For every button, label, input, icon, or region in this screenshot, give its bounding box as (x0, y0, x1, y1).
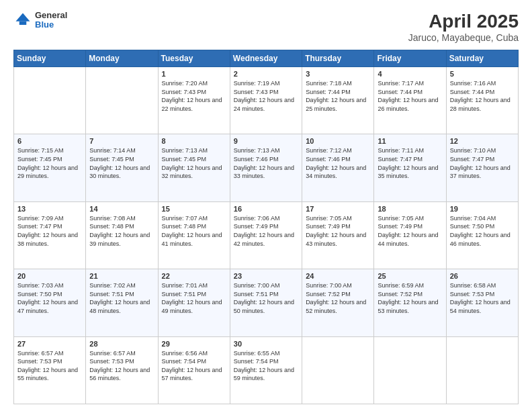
day-number: 3 (306, 70, 370, 78)
day-info: Sunrise: 7:13 AMSunset: 7:46 PMDaylight:… (234, 146, 298, 180)
day-number: 1 (162, 70, 226, 78)
day-info: Sunrise: 7:10 AMSunset: 7:47 PMDaylight:… (450, 146, 515, 180)
day-header-thursday: Thursday (302, 50, 374, 67)
day-number: 18 (378, 205, 442, 213)
calendar-cell: 29Sunrise: 6:56 AMSunset: 7:54 PMDayligh… (158, 336, 230, 404)
day-info: Sunrise: 7:13 AMSunset: 7:45 PMDaylight:… (162, 146, 226, 180)
calendar-cell: 20Sunrise: 7:03 AMSunset: 7:50 PMDayligh… (14, 269, 86, 336)
calendar-cell (86, 67, 158, 134)
day-info: Sunrise: 7:08 AMSunset: 7:48 PMDaylight:… (89, 214, 154, 248)
day-number: 4 (378, 70, 442, 78)
day-number: 28 (89, 340, 154, 348)
day-info: Sunrise: 6:59 AMSunset: 7:52 PMDaylight:… (378, 281, 442, 315)
day-info: Sunrise: 7:18 AMSunset: 7:44 PMDaylight:… (306, 79, 370, 113)
calendar-cell: 10Sunrise: 7:12 AMSunset: 7:46 PMDayligh… (302, 134, 374, 201)
day-number: 8 (162, 137, 226, 145)
calendar-cell: 15Sunrise: 7:07 AMSunset: 7:48 PMDayligh… (158, 201, 230, 269)
day-number: 9 (234, 137, 298, 145)
calendar-cell: 18Sunrise: 7:05 AMSunset: 7:49 PMDayligh… (374, 201, 446, 269)
day-info: Sunrise: 7:15 AMSunset: 7:45 PMDaylight:… (17, 146, 82, 180)
day-number: 22 (162, 272, 226, 280)
day-number: 10 (306, 137, 370, 145)
day-info: Sunrise: 7:17 AMSunset: 7:44 PMDaylight:… (378, 79, 442, 113)
subtitle: Jaruco, Mayabeque, Cuba (408, 32, 519, 43)
calendar-cell (446, 336, 518, 404)
calendar-cell (302, 336, 374, 404)
calendar-cell: 7Sunrise: 7:14 AMSunset: 7:45 PMDaylight… (86, 134, 158, 201)
title-block: April 2025 Jaruco, Mayabeque, Cuba (408, 11, 519, 43)
calendar-cell: 1Sunrise: 7:20 AMSunset: 7:43 PMDaylight… (158, 67, 230, 134)
calendar-table: SundayMondayTuesdayWednesdayThursdayFrid… (13, 50, 519, 404)
day-number: 23 (234, 272, 298, 280)
day-header-wednesday: Wednesday (230, 50, 302, 67)
day-info: Sunrise: 7:12 AMSunset: 7:46 PMDaylight:… (306, 146, 370, 180)
logo: General Blue (13, 11, 67, 30)
day-number: 25 (378, 272, 442, 280)
day-info: Sunrise: 7:02 AMSunset: 7:51 PMDaylight:… (89, 281, 154, 315)
day-info: Sunrise: 6:55 AMSunset: 7:54 PMDaylight:… (234, 349, 298, 383)
calendar-cell: 14Sunrise: 7:08 AMSunset: 7:48 PMDayligh… (86, 201, 158, 269)
calendar-header-row: SundayMondayTuesdayWednesdayThursdayFrid… (14, 50, 519, 67)
day-number: 30 (234, 340, 298, 348)
day-number: 6 (17, 137, 82, 145)
day-info: Sunrise: 7:14 AMSunset: 7:45 PMDaylight:… (89, 146, 154, 180)
calendar-cell: 24Sunrise: 7:00 AMSunset: 7:52 PMDayligh… (302, 269, 374, 336)
day-info: Sunrise: 7:03 AMSunset: 7:50 PMDaylight:… (17, 281, 82, 315)
calendar-cell (374, 336, 446, 404)
day-header-monday: Monday (86, 50, 158, 67)
day-number: 21 (89, 272, 154, 280)
day-info: Sunrise: 7:00 AMSunset: 7:52 PMDaylight:… (306, 281, 370, 315)
day-number: 13 (17, 205, 82, 213)
calendar-week-row: 6Sunrise: 7:15 AMSunset: 7:45 PMDaylight… (14, 134, 519, 201)
calendar-week-row: 20Sunrise: 7:03 AMSunset: 7:50 PMDayligh… (14, 269, 519, 336)
calendar-cell: 23Sunrise: 7:00 AMSunset: 7:51 PMDayligh… (230, 269, 302, 336)
day-number: 5 (450, 70, 515, 78)
day-info: Sunrise: 6:57 AMSunset: 7:53 PMDaylight:… (89, 349, 154, 383)
calendar-cell: 8Sunrise: 7:13 AMSunset: 7:45 PMDaylight… (158, 134, 230, 201)
day-info: Sunrise: 7:07 AMSunset: 7:48 PMDaylight:… (162, 214, 226, 248)
day-header-friday: Friday (374, 50, 446, 67)
day-header-saturday: Saturday (446, 50, 518, 67)
logo-text: General Blue (35, 11, 67, 30)
day-number: 14 (89, 205, 154, 213)
day-number: 2 (234, 70, 298, 78)
svg-rect-1 (19, 21, 27, 25)
day-number: 26 (450, 272, 515, 280)
svg-marker-0 (16, 13, 30, 21)
calendar-cell: 5Sunrise: 7:16 AMSunset: 7:44 PMDaylight… (446, 67, 518, 134)
calendar-cell (14, 67, 86, 134)
day-info: Sunrise: 7:16 AMSunset: 7:44 PMDaylight:… (450, 79, 515, 113)
day-info: Sunrise: 7:01 AMSunset: 7:51 PMDaylight:… (162, 281, 226, 315)
calendar-week-row: 13Sunrise: 7:09 AMSunset: 7:47 PMDayligh… (14, 201, 519, 269)
calendar-cell: 26Sunrise: 6:58 AMSunset: 7:53 PMDayligh… (446, 269, 518, 336)
day-info: Sunrise: 7:19 AMSunset: 7:43 PMDaylight:… (234, 79, 298, 113)
day-number: 27 (17, 340, 82, 348)
day-number: 15 (162, 205, 226, 213)
day-number: 20 (17, 272, 82, 280)
day-info: Sunrise: 7:04 AMSunset: 7:50 PMDaylight:… (450, 214, 515, 248)
calendar-cell: 21Sunrise: 7:02 AMSunset: 7:51 PMDayligh… (86, 269, 158, 336)
day-number: 16 (234, 205, 298, 213)
calendar-cell: 30Sunrise: 6:55 AMSunset: 7:54 PMDayligh… (230, 336, 302, 404)
logo-blue: Blue (35, 20, 67, 30)
main-title: April 2025 (408, 11, 519, 32)
calendar-cell: 12Sunrise: 7:10 AMSunset: 7:47 PMDayligh… (446, 134, 518, 201)
calendar-cell: 17Sunrise: 7:05 AMSunset: 7:49 PMDayligh… (302, 201, 374, 269)
day-number: 7 (89, 137, 154, 145)
day-info: Sunrise: 7:00 AMSunset: 7:51 PMDaylight:… (234, 281, 298, 315)
day-info: Sunrise: 6:57 AMSunset: 7:53 PMDaylight:… (17, 349, 82, 383)
page: General Blue April 2025 Jaruco, Mayabequ… (0, 0, 532, 411)
calendar-cell: 3Sunrise: 7:18 AMSunset: 7:44 PMDaylight… (302, 67, 374, 134)
calendar-cell: 19Sunrise: 7:04 AMSunset: 7:50 PMDayligh… (446, 201, 518, 269)
day-number: 29 (162, 340, 226, 348)
calendar-cell: 9Sunrise: 7:13 AMSunset: 7:46 PMDaylight… (230, 134, 302, 201)
logo-general: General (35, 11, 67, 20)
day-info: Sunrise: 7:05 AMSunset: 7:49 PMDaylight:… (306, 214, 370, 248)
day-info: Sunrise: 6:58 AMSunset: 7:53 PMDaylight:… (450, 281, 515, 315)
calendar-cell: 13Sunrise: 7:09 AMSunset: 7:47 PMDayligh… (14, 201, 86, 269)
calendar-cell: 16Sunrise: 7:06 AMSunset: 7:49 PMDayligh… (230, 201, 302, 269)
day-header-sunday: Sunday (14, 50, 86, 67)
calendar-cell: 11Sunrise: 7:11 AMSunset: 7:47 PMDayligh… (374, 134, 446, 201)
calendar-week-row: 27Sunrise: 6:57 AMSunset: 7:53 PMDayligh… (14, 336, 519, 404)
calendar-cell: 4Sunrise: 7:17 AMSunset: 7:44 PMDaylight… (374, 67, 446, 134)
